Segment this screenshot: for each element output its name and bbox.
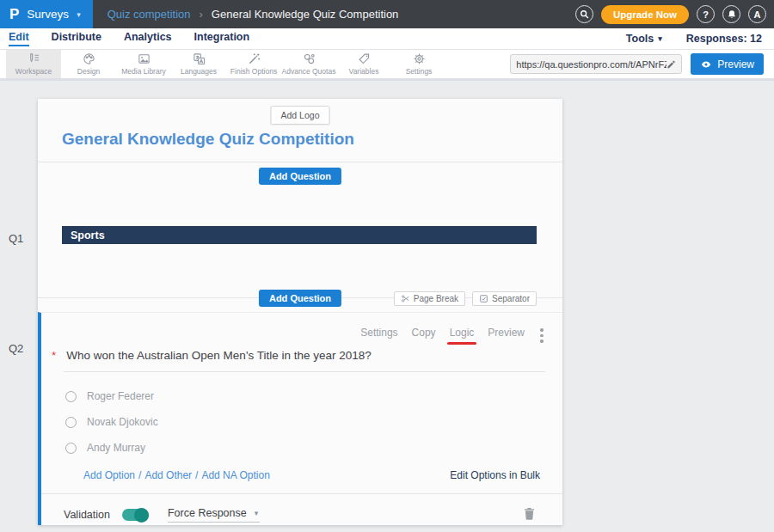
tools-label: Tools <box>626 33 654 45</box>
page-break-label: Page Break <box>414 294 458 303</box>
toolbar-item-label: Settings <box>406 67 433 76</box>
edit-toolbar: Workspace Design Media Library Languages… <box>0 50 774 81</box>
scissors-icon <box>401 294 410 303</box>
validation-toggle[interactable] <box>122 509 149 521</box>
delete-question-button[interactable] <box>524 507 535 523</box>
toolbar-item-settings[interactable]: Settings <box>391 50 446 78</box>
toolbar-item-languages[interactable]: Languages <box>171 50 226 78</box>
tab-analytics[interactable]: Analytics <box>124 31 172 46</box>
tools-menu[interactable]: Tools ▾ <box>626 33 662 45</box>
responses-count[interactable]: Responses: 12 <box>686 33 762 45</box>
separator-button[interactable]: Separator <box>472 291 537 306</box>
add-logo-button[interactable]: Add Logo <box>271 106 330 125</box>
topbar: P Surveys ▾ Quiz competition › General K… <box>0 0 774 28</box>
toolbar-item-advance-quotas[interactable]: Advance Quotas <box>281 50 336 78</box>
toolbar-item-media-library[interactable]: Media Library <box>116 50 171 78</box>
chevron-down-icon: ▾ <box>658 34 662 43</box>
add-question-button-mid[interactable]: Add Question <box>259 290 341 307</box>
navbar-right: Tools ▾ Responses: 12 <box>626 33 765 45</box>
option-links-row: Add Option / Add Other / Add NA Option E… <box>83 469 540 481</box>
gear-icon <box>413 52 426 65</box>
q2-number: Q2 <box>9 342 23 355</box>
add-option-link[interactable]: Add Option <box>83 469 135 481</box>
toolbar-item-label: Media Library <box>121 67 166 76</box>
surveys-label: Surveys <box>27 8 69 21</box>
q1-section-header[interactable]: Sports <box>62 226 537 244</box>
preview-label: Preview <box>717 58 754 70</box>
toolbar-item-workspace[interactable]: Workspace <box>6 50 61 78</box>
breadcrumb: Quiz competition › General Knowledge Qui… <box>108 8 399 21</box>
breadcrumb-current: General Knowledge Quiz Competition <box>212 8 399 21</box>
answer-option[interactable]: Andy Murray <box>65 442 145 454</box>
toolbar-item-variables[interactable]: Variables <box>336 50 391 78</box>
search-icon <box>579 9 590 20</box>
kebab-menu-icon[interactable] <box>540 328 544 345</box>
page-break-button[interactable]: Page Break <box>394 291 465 306</box>
option-label[interactable]: Novak Djokovic <box>87 416 158 428</box>
trash-icon <box>524 507 535 520</box>
force-response-dropdown[interactable]: Force Response ▾ <box>168 507 260 523</box>
add-other-link[interactable]: Add Other <box>144 469 192 481</box>
toolbar-item-label: Design <box>77 67 100 76</box>
q2-actions: Settings Copy Logic Preview <box>360 327 525 339</box>
option-label[interactable]: Roger Federer <box>87 390 154 402</box>
link-separator: / <box>195 469 198 481</box>
validation-label: Validation <box>64 509 110 521</box>
toolbar-item-design[interactable]: Design <box>61 50 116 78</box>
survey-title[interactable]: General Knowledge Quiz Competition <box>62 130 354 149</box>
preview-button[interactable]: Preview <box>691 53 764 75</box>
toolbar-item-label: Finish Options <box>230 67 277 76</box>
palette-icon <box>83 52 95 65</box>
help-icon: ? <box>703 9 709 20</box>
question-text[interactable]: Who won the Australian Open Men's Title … <box>66 349 372 362</box>
topbar-actions: Upgrade Now ? A <box>575 5 774 24</box>
questionpro-logo: P <box>9 6 19 23</box>
toggle-knob <box>134 508 149 523</box>
chain-links-icon <box>303 52 316 65</box>
checkbox-icon <box>479 294 488 303</box>
chevron-down-icon: ▾ <box>77 10 81 19</box>
translate-icon <box>193 52 206 65</box>
tab-edit[interactable]: Edit <box>9 31 29 46</box>
q2-preview-link[interactable]: Preview <box>488 327 525 339</box>
radio-button-icon[interactable] <box>65 391 77 402</box>
answer-option[interactable]: Novak Djokovic <box>65 416 158 428</box>
option-label[interactable]: Andy Murray <box>87 442 145 454</box>
q2-logic-link[interactable]: Logic <box>450 327 475 339</box>
avatar[interactable]: A <box>748 5 766 23</box>
help-button[interactable]: ? <box>697 5 715 23</box>
pencil-icon[interactable] <box>666 59 676 70</box>
nav-tabs: Edit Distribute Analytics Integration <box>9 31 249 46</box>
upgrade-now-button[interactable]: Upgrade Now <box>601 5 689 24</box>
title-divider <box>38 162 562 162</box>
survey-card: Add Logo General Knowledge Quiz Competit… <box>38 99 562 525</box>
notifications-button[interactable] <box>722 5 740 23</box>
toolbar-item-label: Workspace <box>15 67 52 76</box>
add-na-option-link[interactable]: Add NA Option <box>201 469 269 481</box>
magic-wand-icon <box>248 52 261 65</box>
q1-section-title: Sports <box>71 229 105 242</box>
surveys-menu[interactable]: P Surveys ▾ <box>0 0 93 28</box>
question-row: * Who won the Australian Open Men's Titl… <box>52 349 545 362</box>
edit-options-in-bulk-link[interactable]: Edit Options in Bulk <box>450 469 540 481</box>
force-response-value: Force Response <box>168 507 247 519</box>
add-question-button-top[interactable]: Add Question <box>259 168 341 185</box>
q2-copy-link[interactable]: Copy <box>412 327 436 339</box>
breadcrumb-parent[interactable]: Quiz competition <box>108 8 191 21</box>
tab-distribute[interactable]: Distribute <box>52 31 101 46</box>
required-asterisk: * <box>52 349 56 362</box>
search-button[interactable] <box>575 5 593 23</box>
workspace-icon <box>28 52 40 65</box>
answer-option[interactable]: Roger Federer <box>65 390 154 402</box>
tab-integration[interactable]: Integration <box>194 31 250 46</box>
tag-icon <box>358 52 371 65</box>
q2-settings-link[interactable]: Settings <box>360 327 397 339</box>
eye-icon <box>700 58 712 70</box>
radio-button-icon[interactable] <box>65 443 77 454</box>
link-separator: / <box>138 469 141 481</box>
survey-url-field[interactable]: https://qa.questionpro.com/t/APNrFZe5 <box>510 54 682 74</box>
toolbar-item-finish-options[interactable]: Finish Options <box>226 50 281 78</box>
radio-button-icon[interactable] <box>65 417 77 428</box>
main-navbar: Edit Distribute Analytics Integration To… <box>0 28 774 50</box>
toolbar-item-label: Variables <box>349 67 379 76</box>
